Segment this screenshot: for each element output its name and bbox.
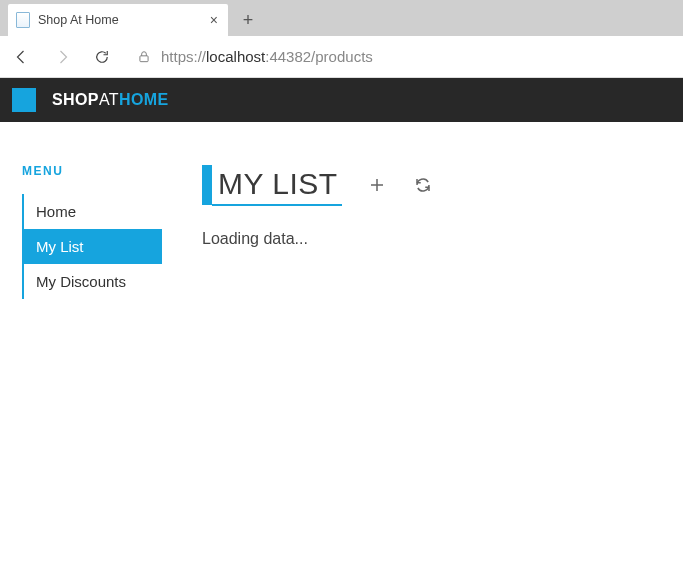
- svg-rect-0: [140, 55, 148, 61]
- refresh-list-button[interactable]: [412, 174, 434, 196]
- tab-close-icon[interactable]: ×: [210, 12, 218, 28]
- menu-item-label: Home: [36, 203, 76, 220]
- menu-label: MENU: [22, 164, 162, 178]
- page-title-text: MY LIST: [212, 164, 342, 206]
- menu-item-my-discounts[interactable]: My Discounts: [24, 264, 162, 299]
- url-field-wrap[interactable]: https://localhost:44382/products: [130, 41, 673, 73]
- app-header: SHOPATHOME: [0, 78, 683, 122]
- refresh-button[interactable]: [90, 45, 114, 69]
- sidebar: MENU Home My List My Discounts: [22, 164, 162, 299]
- tab-title: Shop At Home: [38, 13, 202, 27]
- tab-bar: Shop At Home × +: [0, 0, 683, 36]
- lock-icon: [137, 50, 151, 64]
- brand-part-1: SHOP: [52, 91, 99, 108]
- url-text[interactable]: https://localhost:44382/products: [161, 48, 672, 65]
- logo-icon: [12, 88, 36, 112]
- content-area: MENU Home My List My Discounts MY LIST L…: [0, 122, 683, 299]
- menu-item-my-list[interactable]: My List: [24, 229, 162, 264]
- new-tab-button[interactable]: +: [234, 6, 262, 34]
- main-panel: MY LIST Loading data...: [202, 164, 683, 299]
- page-title: MY LIST: [202, 164, 342, 206]
- brand-part-3: HOME: [119, 91, 169, 108]
- add-button[interactable]: [366, 174, 388, 196]
- menu-item-label: My Discounts: [36, 273, 126, 290]
- favicon-icon: [16, 12, 30, 28]
- address-bar: https://localhost:44382/products: [0, 36, 683, 78]
- brand-title: SHOPATHOME: [52, 91, 169, 109]
- brand-part-2: AT: [99, 91, 119, 108]
- forward-button[interactable]: [50, 45, 74, 69]
- browser-chrome: Shop At Home × + https://localhost:44382…: [0, 0, 683, 78]
- menu-item-label: My List: [36, 238, 84, 255]
- menu-item-home[interactable]: Home: [24, 194, 162, 229]
- browser-tab[interactable]: Shop At Home ×: [8, 4, 228, 36]
- page-title-row: MY LIST: [202, 164, 683, 206]
- back-button[interactable]: [10, 45, 34, 69]
- title-accent-bar: [202, 165, 212, 205]
- menu: Home My List My Discounts: [22, 194, 162, 299]
- loading-status: Loading data...: [202, 230, 683, 248]
